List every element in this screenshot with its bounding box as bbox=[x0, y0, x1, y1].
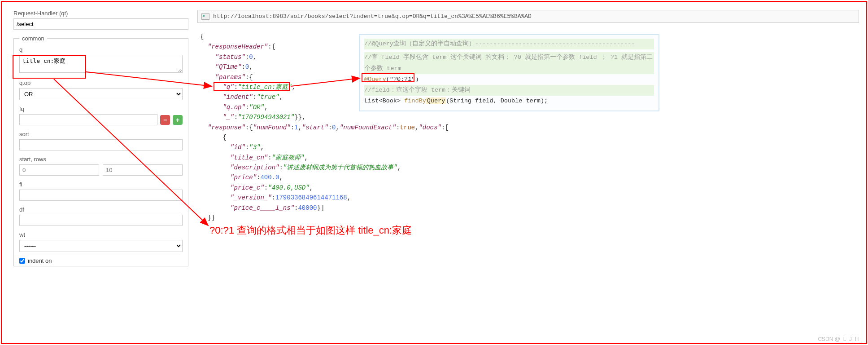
qop-select[interactable]: OR bbox=[19, 88, 183, 100]
code-method-post: (String field, Double term); bbox=[446, 97, 548, 104]
start-rows-group: start, rows bbox=[19, 156, 183, 176]
json-doc-version: 1790336849614471168 bbox=[275, 194, 347, 201]
code-method-pre: List<Book> bbox=[364, 97, 404, 104]
json-status: 0 bbox=[249, 53, 253, 61]
q-input[interactable]: title_cn:家庭 bbox=[19, 55, 183, 73]
code-anno-arg: ("?0:?1") bbox=[386, 76, 419, 83]
common-legend: common bbox=[19, 35, 47, 42]
annotation-bottom-text: ?0:?1 查询的格式相当于如图这样 title_cn:家庭 bbox=[209, 224, 412, 237]
json-doc-price: 400.0 bbox=[260, 174, 279, 181]
wt-label: wt bbox=[19, 231, 183, 238]
url-icon bbox=[201, 13, 209, 20]
wt-group: wt ------ bbox=[19, 231, 183, 252]
df-label: df bbox=[19, 206, 183, 213]
fq-input[interactable] bbox=[19, 114, 157, 125]
url-bar: http://localhost:8983/solr/books/select?… bbox=[197, 10, 859, 23]
json-doc-description: 讲述废材纲成为第十代首领的热血故事 bbox=[287, 164, 393, 171]
code-anno-atquery: @Query bbox=[364, 76, 386, 83]
json-qtime: 0 bbox=[245, 63, 249, 71]
json-start: 0 bbox=[332, 124, 336, 131]
start-rows-row bbox=[19, 164, 183, 176]
q-group: q title_cn:家庭 bbox=[19, 46, 183, 74]
json-param-underscore: 1707994943021 bbox=[241, 114, 290, 121]
json-param-indent: true bbox=[260, 93, 275, 101]
json-param-q: title_cn:家庭 bbox=[241, 84, 288, 91]
start-input[interactable] bbox=[19, 164, 99, 176]
indent-label: indent on bbox=[28, 257, 52, 264]
qop-group: q.op OR bbox=[19, 80, 183, 100]
indent-row: indent on bbox=[19, 257, 183, 264]
request-handler-input[interactable] bbox=[13, 18, 188, 30]
code-method-fn: findBy bbox=[404, 97, 426, 104]
code-comment-3: //field：查这个字段 term：关键词 bbox=[364, 87, 471, 93]
fl-label: fl bbox=[19, 181, 183, 188]
request-handler-label: Request-Handler (qt) bbox=[13, 10, 188, 17]
json-doc-pricec: 400.0,USD bbox=[272, 184, 306, 191]
code-comment-1: //@Query查询（自定义的半自动查询）-------------------… bbox=[364, 40, 635, 47]
start-rows-label: start, rows bbox=[19, 156, 183, 163]
code-overlay-box: //@Query查询（自定义的半自动查询）-------------------… bbox=[359, 34, 659, 111]
fq-group: fq − + bbox=[19, 106, 183, 125]
sort-input[interactable] bbox=[19, 139, 183, 150]
url-text[interactable]: http://localhost:8983/solr/books/select?… bbox=[213, 13, 532, 20]
json-doc-pricecns: 40000 bbox=[298, 204, 317, 212]
qop-label: q.op bbox=[19, 80, 183, 86]
sort-group: sort bbox=[19, 131, 183, 150]
json-numfoundexact: true bbox=[400, 124, 415, 131]
wt-select[interactable]: ------ bbox=[19, 240, 183, 252]
query-form-panel: Request-Handler (qt) common q title_cn:家… bbox=[13, 10, 188, 266]
df-input[interactable] bbox=[19, 215, 183, 226]
code-method-hl: Query bbox=[426, 97, 446, 104]
json-doc-title: 家庭教师 bbox=[275, 154, 301, 161]
code-query-anno-line: @Query("?0:?1") bbox=[364, 74, 654, 85]
fq-add-button[interactable]: + bbox=[173, 115, 183, 125]
df-group: df bbox=[19, 206, 183, 226]
code-method-line: List<Book> findByQuery(String field, Dou… bbox=[364, 96, 654, 106]
sort-label: sort bbox=[19, 131, 183, 137]
rows-input[interactable] bbox=[103, 164, 183, 176]
json-numfound: 1 bbox=[294, 124, 298, 131]
q-label: q bbox=[19, 46, 183, 53]
fl-group: fl bbox=[19, 181, 183, 201]
fl-input[interactable] bbox=[19, 190, 183, 201]
fq-label: fq bbox=[19, 106, 183, 112]
json-param-qop: OR bbox=[253, 104, 261, 111]
code-comment-2: //查 field 字段包含 term 这个关键词 的文档； ?0 就是指第一个… bbox=[364, 54, 653, 71]
fq-row: − + bbox=[19, 114, 183, 125]
fq-remove-button[interactable]: − bbox=[160, 115, 170, 125]
request-handler-group: Request-Handler (qt) bbox=[13, 10, 188, 30]
common-fieldset: common q title_cn:家庭 q.op OR fq − + sort… bbox=[13, 35, 188, 266]
json-doc-id: 3 bbox=[253, 144, 257, 151]
watermark: CSDN @_L_J_H_ bbox=[818, 336, 862, 342]
indent-checkbox[interactable] bbox=[19, 258, 25, 264]
